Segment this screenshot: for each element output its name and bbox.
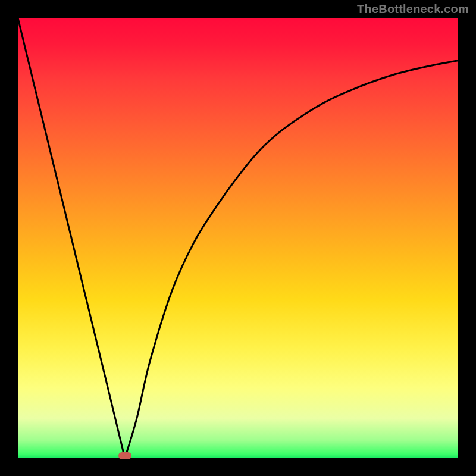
min-point-pill bbox=[118, 452, 131, 459]
watermark-text: TheBottleneck.com bbox=[357, 2, 469, 16]
plot-area bbox=[18, 18, 458, 458]
chart-container: TheBottleneck.com bbox=[0, 0, 476, 476]
bottleneck-curve bbox=[18, 18, 458, 458]
